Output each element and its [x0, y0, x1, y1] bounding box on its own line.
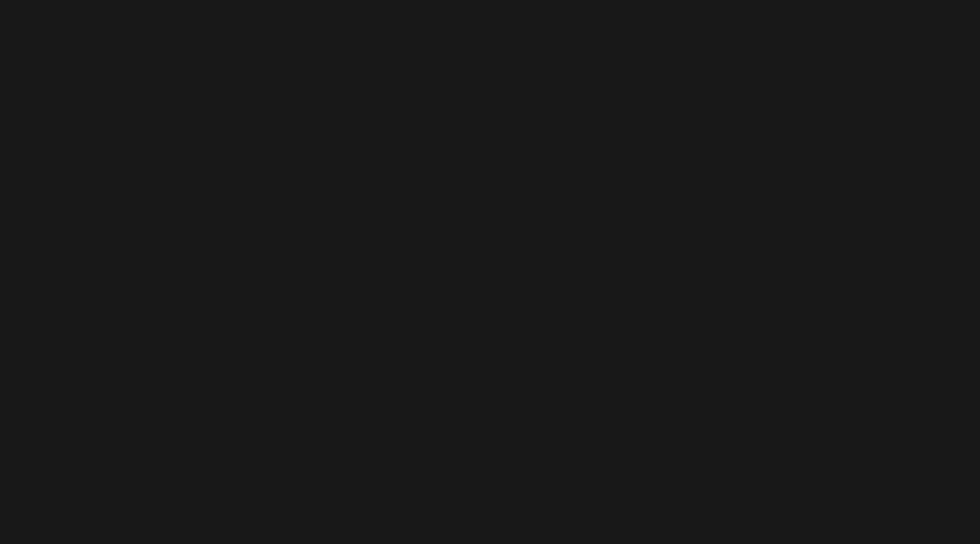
terminal-output[interactable] — [5, 52, 975, 399]
